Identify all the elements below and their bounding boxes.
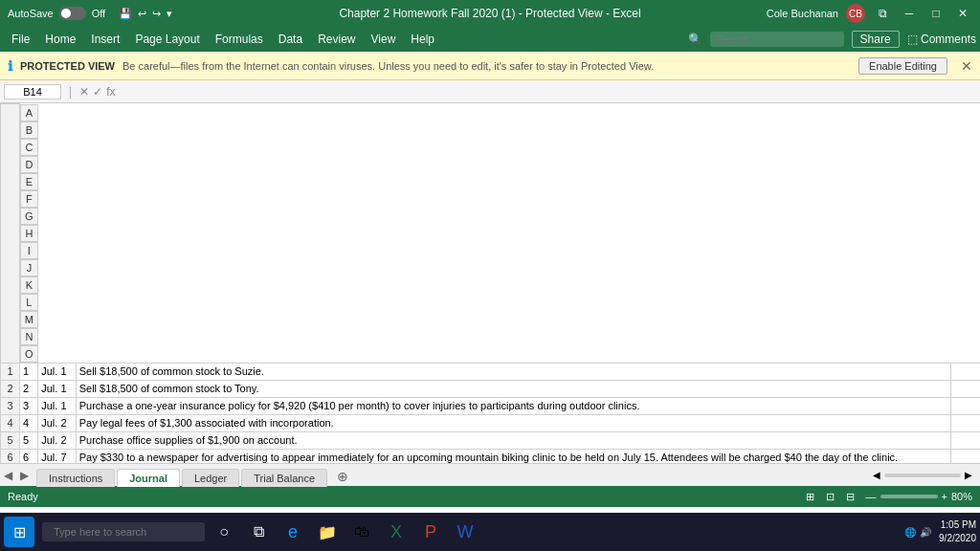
menu-home[interactable]: Home [37, 31, 83, 48]
taskbar-explorer-icon[interactable]: 📁 [312, 517, 343, 547]
col-header-n[interactable]: N [20, 328, 38, 345]
formula-divider: | [65, 85, 76, 99]
sheet-nav-right[interactable]: ▶ [16, 469, 33, 482]
cell-d6[interactable] [950, 449, 980, 463]
scroll-left-icon[interactable]: ◀ [873, 470, 880, 480]
search-input[interactable] [710, 32, 844, 47]
cell-a4[interactable]: 4 [20, 414, 38, 431]
zoom-slider[interactable] [880, 495, 938, 498]
restore-window-icon[interactable]: ⧉ [873, 4, 892, 23]
col-header-g[interactable]: G [20, 208, 38, 225]
cell-d3[interactable] [950, 397, 980, 414]
col-header-b[interactable]: B [20, 121, 38, 139]
maximize-icon[interactable]: □ [926, 4, 946, 23]
cancel-formula-icon[interactable]: ✕ [79, 85, 89, 99]
col-header-d[interactable]: D [20, 156, 38, 173]
menu-view[interactable]: View [364, 31, 404, 48]
sheet-nav-left[interactable]: ◀ [0, 469, 16, 482]
col-header-j[interactable]: J [20, 259, 38, 276]
col-header-h[interactable]: H [20, 225, 38, 242]
page-layout-icon[interactable]: ⊡ [826, 491, 835, 503]
tab-trial-balance[interactable]: Trial Balance [241, 469, 327, 487]
page-break-icon[interactable]: ⊟ [846, 491, 855, 503]
taskbar-task-view-icon[interactable]: ⧉ [243, 517, 274, 547]
status-text: Ready [8, 491, 38, 502]
tab-instructions[interactable]: Instructions [36, 469, 115, 487]
cell-reference-input[interactable] [4, 84, 61, 99]
cell-b1[interactable]: Jul. 1 [38, 363, 76, 380]
quick-access-dropdown[interactable]: ▾ [167, 8, 172, 20]
cell-d5[interactable] [950, 431, 980, 449]
col-header-m[interactable]: M [20, 311, 38, 328]
scroll-right-icon[interactable]: ▶ [965, 470, 972, 480]
cell-b4[interactable]: Jul. 2 [38, 414, 76, 431]
sheet-scroll-area: ◀ ▶ [865, 470, 980, 480]
menu-review[interactable]: Review [310, 31, 363, 48]
cell-d1[interactable] [950, 363, 980, 380]
comments-button[interactable]: ⬚ Comments [907, 33, 976, 46]
time-display: 1:05 PM [939, 518, 976, 532]
cell-c1[interactable]: Sell $18,500 of common stock to Suzie. [76, 363, 950, 380]
undo-icon[interactable]: ↩ [138, 8, 146, 20]
cell-a2[interactable]: 2 [20, 380, 38, 397]
grid-scroll-area[interactable]: A B C D E F G H I J K L M N O [0, 103, 980, 463]
taskbar-search-input[interactable] [42, 522, 205, 541]
title-bar-left: AutoSave Off 💾 ↩ ↪ ▾ [8, 7, 172, 20]
cell-c6[interactable]: Pay $330 to a newspaper for advertising … [76, 449, 950, 463]
col-header-a[interactable]: A [20, 104, 38, 121]
cell-c2[interactable]: Sell $18,500 of common stock to Tony. [76, 380, 950, 397]
menu-help[interactable]: Help [403, 31, 442, 48]
col-header-l[interactable]: L [20, 294, 38, 311]
formula-input[interactable] [119, 86, 976, 98]
cell-d2[interactable] [950, 380, 980, 397]
cell-c5[interactable]: Purchase office supplies of $1,900 on ac… [76, 431, 950, 449]
insert-function-icon[interactable]: fx [106, 85, 115, 99]
cell-c4[interactable]: Pay legal fees of $1,300 associated with… [76, 414, 950, 431]
add-sheet-button[interactable]: ⊕ [329, 466, 356, 487]
taskbar-cortana-icon[interactable]: ○ [209, 517, 239, 547]
menu-insert[interactable]: Insert [83, 31, 127, 48]
redo-icon[interactable]: ↪ [152, 8, 161, 20]
cell-b2[interactable]: Jul. 1 [38, 380, 76, 397]
autosave-toggle[interactable] [59, 7, 86, 20]
confirm-formula-icon[interactable]: ✓ [93, 85, 102, 99]
cell-a1[interactable]: 1 [20, 363, 38, 380]
cell-a5[interactable]: 5 [20, 431, 38, 449]
menu-page-layout[interactable]: Page Layout [127, 31, 207, 48]
close-protected-bar-icon[interactable]: ✕ [961, 58, 972, 74]
cell-d4[interactable] [950, 414, 980, 431]
menu-file[interactable]: File [4, 31, 37, 48]
normal-view-icon[interactable]: ⊞ [806, 491, 814, 503]
taskbar-word-icon[interactable]: W [450, 517, 480, 547]
tab-journal[interactable]: Journal [117, 469, 180, 487]
close-icon[interactable]: ✕ [953, 4, 972, 23]
share-button[interactable]: Share [852, 31, 900, 48]
zoom-out-icon[interactable]: — [866, 491, 877, 502]
taskbar-edge-icon[interactable]: e [278, 517, 308, 547]
taskbar-store-icon[interactable]: 🛍 [346, 517, 377, 547]
cell-b3[interactable]: Jul. 1 [38, 397, 76, 414]
start-button[interactable]: ⊞ [4, 517, 34, 547]
cell-c3[interactable]: Purchase a one-year insurance policy for… [76, 397, 950, 414]
col-header-i[interactable]: I [20, 242, 38, 259]
cell-a3[interactable]: 3 [20, 397, 38, 414]
col-header-o[interactable]: O [20, 345, 38, 363]
col-header-e[interactable]: E [20, 173, 38, 190]
menu-data[interactable]: Data [271, 31, 310, 48]
col-header-f[interactable]: F [20, 190, 38, 208]
tab-ledger[interactable]: Ledger [182, 469, 239, 487]
cell-b6[interactable]: Jul. 7 [38, 449, 76, 463]
taskbar-powerpoint-icon[interactable]: P [415, 517, 446, 547]
col-header-c[interactable]: C [20, 139, 38, 156]
save-icon[interactable]: 💾 [119, 8, 132, 20]
enable-editing-button[interactable]: Enable Editing [858, 57, 947, 75]
menu-formulas[interactable]: Formulas [208, 31, 271, 48]
taskbar-excel-icon[interactable]: X [381, 517, 412, 547]
cell-b5[interactable]: Jul. 2 [38, 431, 76, 449]
col-header-k[interactable]: K [20, 276, 38, 294]
sheet-scrollbar[interactable] [884, 474, 961, 477]
protected-view-message: Be careful—files from the Internet can c… [122, 60, 654, 72]
cell-a6[interactable]: 6 [20, 449, 38, 463]
zoom-in-icon[interactable]: + [942, 491, 947, 502]
minimize-icon[interactable]: ─ [900, 4, 919, 23]
